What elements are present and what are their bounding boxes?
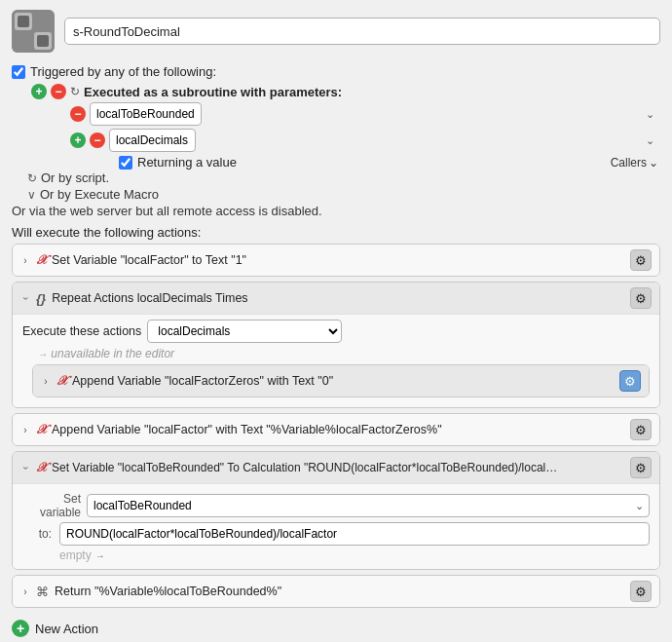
action-set-localfactor: › 𝒳 Set Variable "localFactor" to Text "… [12,244,660,277]
param2-wrapper: localDecimals [109,129,660,152]
remove-param2-button[interactable]: − [90,132,105,148]
action-append-factor-header[interactable]: › 𝒳 Append Variable "localFactor" with T… [13,414,659,445]
action-gear-3[interactable]: ⚙ [630,419,652,440]
or-script-label: Or by script. [41,170,109,185]
triggered-checkbox[interactable] [12,65,25,79]
subroutine-header-row: + − ↻ Executed as a subroutine with para… [31,84,660,99]
action-set-calc-body: Set variable localToBeRounded to: empty … [13,483,659,569]
returning-row-wrapper: Returning a value Callers ⌄ [119,155,660,170]
trigger-section: Triggered by any of the following: + − ↻… [12,62,660,219]
action-repeat-body: Execute these actions localDecimals → un… [13,314,659,407]
expand-arrow-4: › [20,463,31,472]
new-action-label[interactable]: New Action [35,622,98,636]
callers-label: Callers [611,156,647,170]
action-x-icon-nested: 𝒳 [56,373,66,389]
set-variable-row: Set variable localToBeRounded [22,492,650,519]
action-gear-1[interactable]: ⚙ [630,249,652,271]
param1-select[interactable]: localToBeRounded [90,102,202,126]
action-title-2: Repeat Actions localDecimals Times [52,291,624,305]
or-script-row: ↻ Or by script. [27,170,660,186]
unavailable-text: → unavailable in the editor [38,347,650,360]
action-append-zeros-header[interactable]: › 𝒳 Append Variable "localFactorZeros" w… [33,365,649,397]
action-set-calc-header[interactable]: › 𝒳 Set Variable "localToBeRounded" To C… [13,452,659,483]
action-title-4: Set Variable "localToBeRounded" To Calcu… [52,461,624,474]
action-gear-2[interactable]: ⚙ [630,287,652,309]
web-server-row: Or via the web server but all remote acc… [12,203,660,219]
or-execute-label: Or by Execute Macro [40,187,159,202]
script-arrow-icon: ↻ [27,171,37,185]
action-set-localfactor-header[interactable]: › 𝒳 Set Variable "localFactor" to Text "… [13,245,659,276]
other-triggers: ↻ Or by script. ∨ Or by Execute Macro [27,170,660,203]
arrow-right-unavail: → [38,349,48,359]
param2-select[interactable]: localDecimals [109,129,196,152]
action-repeat-header[interactable]: › {} Repeat Actions localDecimals Times … [13,283,659,314]
action-title-5: Return "%Variable%localToBeRounded%" [55,585,624,598]
macro-name-input[interactable] [64,18,660,45]
action-append-zeros: › 𝒳 Append Variable "localFactorZeros" w… [32,364,650,397]
execute-times-label: Execute these actions [22,324,141,338]
expand-arrow-2: › [20,293,31,303]
callers-chevron: ⌄ [649,156,658,170]
action-x-icon-4: 𝒳 [36,460,46,475]
param-row-2: + − localDecimals [70,129,660,152]
svg-rect-3 [18,16,29,27]
param-row-1: − localToBeRounded [70,102,660,126]
add-param2-button[interactable]: + [70,132,86,148]
empty-row: empty → [59,548,650,562]
callers-button[interactable]: Callers ⌄ [611,156,660,170]
set-variable-dropdown[interactable]: localToBeRounded [87,494,650,517]
triggered-label: Triggered by any of the following: [30,64,216,79]
action-title-1: Set Variable "localFactor" to Text "1" [52,253,624,267]
remove-subroutine-button[interactable]: − [51,84,66,99]
subroutine-label: Executed as a subroutine with parameters… [84,85,342,99]
new-action-row: + New Action [12,616,660,641]
action-gear-nested[interactable]: ⚙ [619,370,641,392]
expand-arrow-5: › [20,586,30,597]
web-server-label: Or via the web server but all remote acc… [12,204,322,218]
triggered-by-row: Triggered by any of the following: [12,62,660,81]
action-repeat-icon: {} [36,291,46,306]
new-action-add-button[interactable]: + [12,620,29,637]
action-gear-4[interactable]: ⚙ [630,457,652,478]
returning-inner: Returning a value [119,155,611,170]
to-row: to: [22,522,650,546]
action-title-nested: Append Variable "localFactorZeros" with … [72,374,614,388]
subroutine-section: + − ↻ Executed as a subroutine with para… [31,84,660,170]
subroutine-arrow: ↻ [70,85,80,98]
or-execute-row: ∨ Or by Execute Macro [27,186,660,203]
nested-action-append-zeros: › 𝒳 Append Variable "localFactorZeros" w… [32,364,650,397]
action-cmd-icon: ⌘ [36,585,49,599]
param1-wrapper: localToBeRounded [90,102,660,126]
macro-icon [12,10,55,53]
to-label: to: [22,527,52,541]
svg-rect-4 [37,35,49,47]
execute-arrow-icon: ∨ [27,188,36,202]
returning-label: Returning a value [137,155,237,170]
actions-header: Will execute the following actions: [12,225,660,240]
execute-times-row: Execute these actions localDecimals [22,320,650,343]
arrow-right-empty: → [95,550,105,561]
action-set-calc: › 𝒳 Set Variable "localToBeRounded" To C… [12,451,660,570]
action-title-3: Append Variable "localFactor" with Text … [52,423,624,436]
empty-label: empty [59,548,92,562]
action-x-icon-1: 𝒳 [36,252,46,268]
expand-arrow-nested: › [41,376,51,387]
execute-times-select[interactable]: localDecimals [147,320,342,343]
main-container: Triggered by any of the following: + − ↻… [0,0,672,642]
action-repeat: › {} Repeat Actions localDecimals Times … [12,282,660,408]
action-gear-5[interactable]: ⚙ [630,581,652,602]
action-return-header[interactable]: › ⌘ Return "%Variable%localToBeRounded%"… [13,576,659,607]
remove-param1-button[interactable]: − [70,106,86,122]
expand-arrow-3: › [20,425,30,435]
header-row [12,10,660,53]
action-x-icon-3: 𝒳 [36,422,46,437]
to-value-input[interactable] [59,522,650,546]
action-append-factor: › 𝒳 Append Variable "localFactor" with T… [12,413,660,446]
set-variable-dropdown-wrapper: localToBeRounded [87,494,650,517]
action-return: › ⌘ Return "%Variable%localToBeRounded%"… [12,575,660,608]
returning-checkbox[interactable] [119,156,132,170]
add-param-button[interactable]: + [31,84,47,99]
set-variable-label: Set variable [22,492,81,519]
expand-arrow-1: › [20,255,30,266]
